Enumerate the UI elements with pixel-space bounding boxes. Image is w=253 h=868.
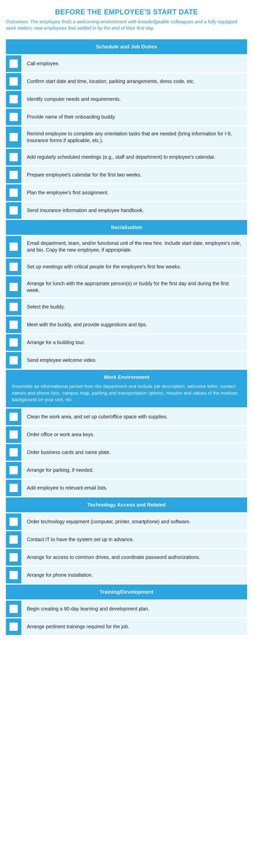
checklist-item-text: Arrange for parking, if needed.	[21, 462, 247, 478]
checklist-item-text: Order business cards and name plate.	[21, 444, 247, 461]
checkbox-cell	[6, 55, 21, 72]
checkbox-cell	[6, 316, 21, 333]
checkbox-cell	[6, 514, 21, 530]
checkbox-cell	[6, 149, 21, 165]
checkbox-cell	[6, 184, 21, 201]
checklist-row: Email department, team, and/or functiona…	[6, 235, 247, 257]
checkbox[interactable]	[9, 553, 18, 561]
checklist-row: Begin creating a 90-day learning and dev…	[6, 599, 247, 617]
checkbox-cell	[6, 531, 21, 548]
checklist-row: Identify computer needs and requirements…	[6, 90, 247, 107]
checkbox[interactable]	[9, 283, 18, 291]
checklist-item-text: Arrange pertinent trainings required for…	[21, 618, 247, 635]
section-work-env: Clean the work area, and set up cube/off…	[6, 407, 247, 496]
checkbox[interactable]	[9, 430, 18, 439]
checklist-row: Confirm start date and time, location, p…	[6, 72, 247, 90]
checklist-item-text: Provide name of their onboarding buddy.	[21, 109, 247, 125]
checkbox[interactable]	[9, 466, 18, 474]
checkbox[interactable]	[9, 206, 18, 215]
checklist-item-text: Arrange for lunch with the appropriate p…	[21, 276, 247, 298]
checkbox[interactable]	[9, 356, 18, 365]
checkbox-cell	[6, 73, 21, 90]
section-desc-work-env: Assemble an informational packet from th…	[6, 383, 247, 407]
checkbox[interactable]	[9, 60, 18, 68]
checkbox[interactable]	[9, 413, 18, 421]
checklist-item-text: Meet with the buddy, and provide suggest…	[21, 316, 247, 333]
checkbox[interactable]	[9, 77, 18, 86]
checkbox-cell	[6, 276, 21, 298]
checklist-row: Order technology equipment (computer, pr…	[6, 512, 247, 530]
checklist-row: Arrange for phone installation.	[6, 566, 247, 583]
checklist-row: Arrange for a building tour.	[6, 333, 247, 351]
checkbox-cell	[6, 408, 21, 425]
checkbox[interactable]	[9, 113, 18, 121]
checkbox-cell	[6, 109, 21, 125]
checkbox[interactable]	[9, 571, 18, 579]
checklist-item-text: Add employee to relevant email lists.	[21, 479, 247, 496]
checkbox[interactable]	[9, 243, 18, 251]
checkbox[interactable]	[9, 484, 18, 492]
checklist-item-text: Confirm start date and time, location, p…	[21, 73, 247, 90]
checklist-row: Contact IT to have the system set up in …	[6, 530, 247, 548]
checklist-item-text: Arrange for a building tour.	[21, 334, 247, 351]
checklist-item-text: Set up meetings with critical people for…	[21, 258, 247, 275]
checkbox-cell	[6, 426, 21, 443]
outcomes-label: Outcomes:	[6, 19, 30, 24]
section-schedule: Call employee.Confirm start date and tim…	[6, 54, 247, 219]
checklist-item-text: Order office or work area keys.	[21, 426, 247, 443]
checkbox-cell	[6, 202, 21, 219]
checklist-item-text: Remind employee to complete any orientat…	[21, 126, 247, 148]
checkbox-cell	[6, 549, 21, 566]
section-header-work-env-block: Work Environment Assemble an information…	[6, 370, 247, 407]
checkbox-cell	[6, 334, 21, 351]
checklist-row: Prepare employee's calendar for the firs…	[6, 165, 247, 183]
checklist-row: Arrange for lunch with the appropriate p…	[6, 275, 247, 298]
document-page: BEFORE THE EMPLOYEE'S START DATE Outcome…	[0, 0, 253, 641]
checklist-row: Meet with the buddy, and provide suggest…	[6, 315, 247, 333]
section-socialization: Email department, team, and/or functiona…	[6, 235, 247, 369]
checkbox-cell	[6, 126, 21, 148]
checkbox[interactable]	[9, 189, 18, 197]
checkbox-cell	[6, 299, 21, 315]
checklist-row: Send employee welcome video.	[6, 351, 247, 369]
checkbox[interactable]	[9, 518, 18, 526]
checklist-item-text: Prepare employee's calendar for the firs…	[21, 166, 247, 183]
checkbox[interactable]	[9, 623, 18, 631]
checkbox[interactable]	[9, 262, 18, 271]
section-training: Begin creating a 90-day learning and dev…	[6, 599, 247, 635]
section-header-schedule: Schedule and Job Duties	[6, 39, 247, 54]
section-header-tech: Technology Access and Related	[6, 497, 247, 512]
checklist-item-text: Email department, team, and/or functiona…	[21, 236, 247, 257]
checklist-item-text: Add regularly scheduled meetings (e.g., …	[21, 149, 247, 165]
section-header-socialization: Socialization	[6, 220, 247, 235]
checklist-item-text: Identify computer needs and requirements…	[21, 91, 247, 107]
checkbox[interactable]	[9, 535, 18, 544]
checkbox[interactable]	[9, 95, 18, 103]
checkbox[interactable]	[9, 303, 18, 311]
checkbox-cell	[6, 444, 21, 461]
checklist-item-text: Begin creating a 90-day learning and dev…	[21, 600, 247, 617]
checkbox[interactable]	[9, 338, 18, 347]
checklist-item-text: Send employee welcome video.	[21, 352, 247, 369]
checklist-row: Send insurance information and employee …	[6, 201, 247, 219]
checkbox[interactable]	[9, 605, 18, 613]
checklist-item-text: Call employee.	[21, 55, 247, 72]
outcomes-paragraph: Outcomes: The employee finds a welcoming…	[6, 19, 247, 31]
section-header-work-env: Work Environment	[6, 370, 247, 383]
checkbox[interactable]	[9, 133, 18, 141]
checklist-row: Add regularly scheduled meetings (e.g., …	[6, 148, 247, 165]
checklist-row: Provide name of their onboarding buddy.	[6, 107, 247, 125]
section-header-training: Training/Development	[6, 585, 247, 599]
checklist-row: Clean the work area, and set up cube/off…	[6, 407, 247, 425]
checklist-item-text: Contact IT to have the system set up in …	[21, 531, 247, 548]
checklist-row: Set up meetings with critical people for…	[6, 257, 247, 275]
checkbox[interactable]	[9, 171, 18, 179]
checkbox-cell	[6, 236, 21, 257]
checklist-row: Remind employee to complete any orientat…	[6, 125, 247, 148]
checkbox[interactable]	[9, 153, 18, 161]
checkbox-cell	[6, 600, 21, 617]
checkbox[interactable]	[9, 320, 18, 329]
checklist-row: Order business cards and name plate.	[6, 443, 247, 461]
checkbox[interactable]	[9, 448, 18, 457]
checklist-row: Add employee to relevant email lists.	[6, 478, 247, 496]
